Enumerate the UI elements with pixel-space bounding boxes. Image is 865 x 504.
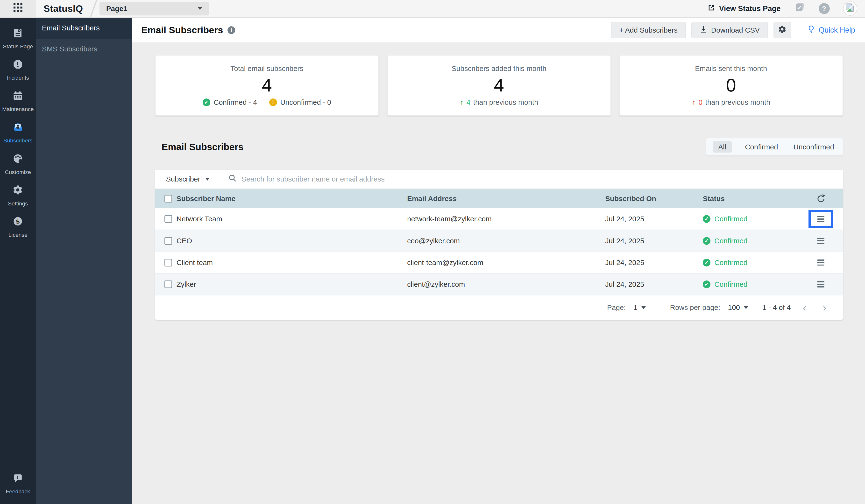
card-title: Emails sent this month <box>695 65 767 73</box>
top-bar: StatusIQ Page1 View Status Page <box>0 0 865 17</box>
table-row: Network Team network-team@zylker.com Jul… <box>155 208 843 230</box>
check-circle-icon: ✓ <box>203 98 210 106</box>
sidebar-item-label: Subscribers <box>3 138 33 144</box>
card-subscribers-added: Subscribers added this month 4 ↑ 4 than … <box>387 55 611 116</box>
add-subscribers-button[interactable]: + Add Subscribers <box>611 22 686 38</box>
subscriber-name: Client team <box>176 258 407 267</box>
subnav-item-email-subscribers[interactable]: Email Subscribers <box>36 17 132 39</box>
refresh-button[interactable] <box>803 194 839 204</box>
filter-all[interactable]: All <box>713 141 732 153</box>
subscriber-name: Network Team <box>176 215 407 223</box>
dollar-circle-icon: $ <box>12 216 23 229</box>
brand-divider <box>89 0 98 17</box>
pagination-bar: Page: 1 Rows per page: 100 1 - 4 of 4 ‹ <box>155 295 843 320</box>
app-root: StatusIQ Page1 View Status Page <box>0 0 865 504</box>
external-link-icon <box>707 4 715 13</box>
subnav-item-sms-subscribers[interactable]: SMS Subscribers <box>36 39 132 60</box>
subscriber-email: client@zylker.com <box>407 280 605 289</box>
sidebar-item-incidents[interactable]: Incidents <box>0 55 36 86</box>
search-category-value: Subscriber <box>166 175 200 183</box>
search-category-dropdown[interactable]: Subscriber <box>166 175 210 183</box>
card-emails-sent: Emails sent this month 0 ↑ 0 than previo… <box>619 55 843 116</box>
select-all-checkbox[interactable] <box>164 195 172 202</box>
sidebar-item-label: License <box>9 232 27 238</box>
palette-icon <box>12 153 23 166</box>
unconfirmed-count: ! Unconfirmed - 0 <box>269 98 331 106</box>
view-status-page-link[interactable]: View Status Page <box>707 4 781 13</box>
warning-circle-icon: ! <box>269 98 277 106</box>
app-grid-button[interactable] <box>0 0 36 17</box>
app-grid-icon <box>13 3 22 14</box>
row-menu-button[interactable] <box>813 234 829 247</box>
card-total-subscribers: Total email subscribers 4 ✓ Confirmed - … <box>155 55 379 116</box>
question-mark-icon: ? <box>819 3 830 14</box>
card-title: Total email subscribers <box>230 65 303 73</box>
subscribers-subnav: Email Subscribers SMS Subscribers <box>36 17 132 504</box>
page-selector-dropdown[interactable]: Page1 <box>100 2 209 15</box>
sidebar-item-label: Feedback <box>6 489 30 495</box>
sidebar-item-feedback[interactable]: Feedback <box>0 468 36 500</box>
user-avatar[interactable] <box>843 1 857 16</box>
info-icon[interactable]: i <box>228 26 235 34</box>
page-number-dropdown[interactable]: 1 <box>634 303 646 312</box>
subscriber-email: network-team@zylker.com <box>407 215 605 223</box>
broken-image-icon <box>846 3 854 14</box>
arrow-up-icon: ↑ <box>692 98 696 106</box>
subscribed-date: Jul 24, 2025 <box>605 215 703 223</box>
row-menu-button[interactable] <box>813 256 829 269</box>
check-circle-icon: ✓ <box>703 281 711 288</box>
status-page-icon <box>12 27 23 41</box>
content-area: Total email subscribers 4 ✓ Confirmed - … <box>132 43 865 504</box>
feedback-bubble-icon <box>12 473 23 486</box>
subscriber-email: ceo@zylker.com <box>407 237 605 245</box>
sidebar-item-settings[interactable]: Settings <box>0 180 36 211</box>
check-circle-icon: ✓ <box>703 259 711 267</box>
pagination-range: 1 - 4 of 4 <box>762 303 791 312</box>
feedback-tasks-button[interactable] <box>794 2 805 15</box>
topbar-right: View Status Page ? <box>707 1 865 16</box>
calendar-icon <box>12 90 23 104</box>
table-row: CEO ceo@zylker.com Jul 24, 2025 ✓ Confir… <box>155 230 843 252</box>
check-circle-icon: ✓ <box>703 215 711 223</box>
row-checkbox[interactable] <box>164 259 172 267</box>
column-subscribed-on: Subscribed On <box>605 195 703 203</box>
card-value: 0 <box>726 76 736 95</box>
download-csv-button[interactable]: Download CSV <box>691 22 768 38</box>
rows-per-page-dropdown[interactable]: 100 <box>728 303 748 312</box>
sidebar-item-customize[interactable]: Customize <box>0 149 36 180</box>
sidebar-item-license[interactable]: $ License <box>0 211 36 243</box>
filter-confirmed[interactable]: Confirmed <box>743 141 780 153</box>
filter-unconfirmed[interactable]: Unconfirmed <box>791 141 837 153</box>
card-value: 4 <box>494 76 504 95</box>
next-page-button[interactable]: › <box>818 303 831 313</box>
sidebar-item-status-page[interactable]: Status Page <box>0 23 36 55</box>
incident-octagon-icon <box>12 59 23 72</box>
page-label: Page: <box>607 303 626 312</box>
gear-icon <box>12 185 23 198</box>
stat-cards: Total email subscribers 4 ✓ Confirmed - … <box>155 55 843 116</box>
row-checkbox[interactable] <box>164 215 172 223</box>
trend-indicator: ↑ 0 than previous month <box>692 98 770 106</box>
row-checkbox[interactable] <box>164 237 172 245</box>
row-menu-button[interactable] <box>813 278 829 291</box>
subscriber-name: CEO <box>176 237 407 245</box>
rows-per-page-label: Rows per page: <box>670 303 720 312</box>
sidebar-item-maintenance[interactable]: Maintenance <box>0 86 36 117</box>
status-badge: ✓ Confirmed <box>703 215 803 223</box>
subscribers-table: Subscriber Subscriber Nam <box>155 170 843 319</box>
row-menu-button[interactable] <box>813 213 829 225</box>
row-checkbox[interactable] <box>164 281 172 288</box>
sidebar-item-subscribers[interactable]: Subscribers <box>0 117 36 149</box>
subscribers-envelope-icon <box>12 122 24 135</box>
check-circle-icon: ✓ <box>703 237 711 245</box>
previous-page-button[interactable]: ‹ <box>798 303 811 313</box>
subscriber-settings-button[interactable] <box>773 22 791 38</box>
download-icon <box>700 25 707 35</box>
page-title: Email Subscribers <box>141 25 223 35</box>
column-status: Status <box>703 195 803 203</box>
help-button[interactable]: ? <box>819 3 830 14</box>
search-input[interactable] <box>242 175 843 183</box>
sidebar-item-label: Status Page <box>3 44 33 49</box>
table-row: Zylker client@zylker.com Jul 24, 2025 ✓ … <box>155 274 843 295</box>
quick-help-link[interactable]: Quick Help <box>807 25 857 35</box>
